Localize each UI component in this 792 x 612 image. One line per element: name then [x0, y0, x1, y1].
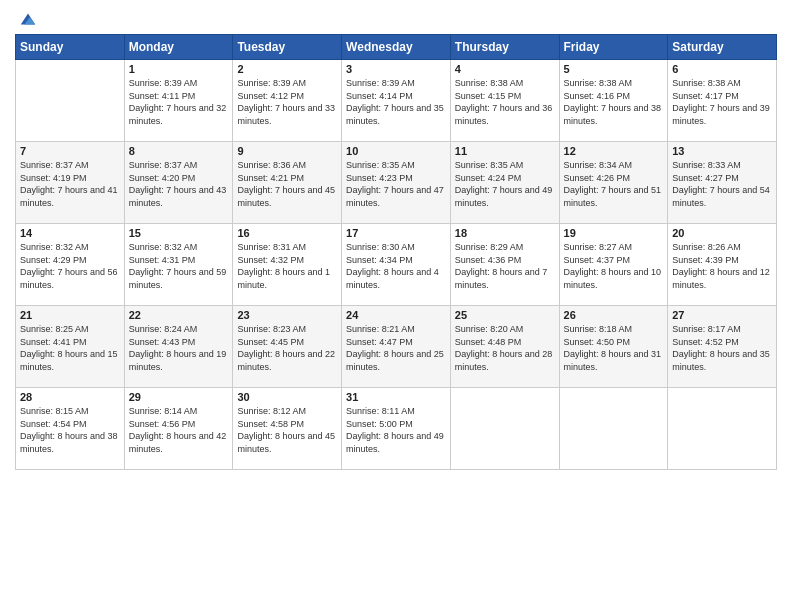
day-info: Sunrise: 8:34 AMSunset: 4:26 PMDaylight:… — [564, 159, 664, 209]
day-info: Sunrise: 8:39 AMSunset: 4:11 PMDaylight:… — [129, 77, 229, 127]
day-info: Sunrise: 8:27 AMSunset: 4:37 PMDaylight:… — [564, 241, 664, 291]
day-info: Sunrise: 8:38 AMSunset: 4:17 PMDaylight:… — [672, 77, 772, 127]
day-info: Sunrise: 8:20 AMSunset: 4:48 PMDaylight:… — [455, 323, 555, 373]
day-number: 20 — [672, 227, 772, 239]
calendar-cell: 13Sunrise: 8:33 AMSunset: 4:27 PMDayligh… — [668, 142, 777, 224]
day-number: 27 — [672, 309, 772, 321]
day-number: 17 — [346, 227, 446, 239]
calendar-cell: 9Sunrise: 8:36 AMSunset: 4:21 PMDaylight… — [233, 142, 342, 224]
day-number: 29 — [129, 391, 229, 403]
day-number: 10 — [346, 145, 446, 157]
calendar-cell: 15Sunrise: 8:32 AMSunset: 4:31 PMDayligh… — [124, 224, 233, 306]
weekday-header-monday: Monday — [124, 35, 233, 60]
calendar-week-5: 28Sunrise: 8:15 AMSunset: 4:54 PMDayligh… — [16, 388, 777, 470]
calendar-cell: 6Sunrise: 8:38 AMSunset: 4:17 PMDaylight… — [668, 60, 777, 142]
calendar-cell: 7Sunrise: 8:37 AMSunset: 4:19 PMDaylight… — [16, 142, 125, 224]
day-number: 2 — [237, 63, 337, 75]
day-info: Sunrise: 8:37 AMSunset: 4:19 PMDaylight:… — [20, 159, 120, 209]
calendar-table: SundayMondayTuesdayWednesdayThursdayFrid… — [15, 34, 777, 470]
day-info: Sunrise: 8:35 AMSunset: 4:24 PMDaylight:… — [455, 159, 555, 209]
weekday-header-tuesday: Tuesday — [233, 35, 342, 60]
day-info: Sunrise: 8:33 AMSunset: 4:27 PMDaylight:… — [672, 159, 772, 209]
day-number: 19 — [564, 227, 664, 239]
calendar-cell — [668, 388, 777, 470]
calendar-week-3: 14Sunrise: 8:32 AMSunset: 4:29 PMDayligh… — [16, 224, 777, 306]
day-info: Sunrise: 8:18 AMSunset: 4:50 PMDaylight:… — [564, 323, 664, 373]
day-info: Sunrise: 8:32 AMSunset: 4:31 PMDaylight:… — [129, 241, 229, 291]
calendar-cell: 11Sunrise: 8:35 AMSunset: 4:24 PMDayligh… — [450, 142, 559, 224]
calendar-cell: 22Sunrise: 8:24 AMSunset: 4:43 PMDayligh… — [124, 306, 233, 388]
day-info: Sunrise: 8:15 AMSunset: 4:54 PMDaylight:… — [20, 405, 120, 455]
calendar-cell: 4Sunrise: 8:38 AMSunset: 4:15 PMDaylight… — [450, 60, 559, 142]
calendar-cell: 14Sunrise: 8:32 AMSunset: 4:29 PMDayligh… — [16, 224, 125, 306]
calendar-week-2: 7Sunrise: 8:37 AMSunset: 4:19 PMDaylight… — [16, 142, 777, 224]
calendar-cell: 16Sunrise: 8:31 AMSunset: 4:32 PMDayligh… — [233, 224, 342, 306]
day-number: 26 — [564, 309, 664, 321]
day-number: 1 — [129, 63, 229, 75]
logo — [15, 10, 37, 28]
day-info: Sunrise: 8:24 AMSunset: 4:43 PMDaylight:… — [129, 323, 229, 373]
day-info: Sunrise: 8:38 AMSunset: 4:16 PMDaylight:… — [564, 77, 664, 127]
calendar-cell — [16, 60, 125, 142]
calendar-cell: 3Sunrise: 8:39 AMSunset: 4:14 PMDaylight… — [342, 60, 451, 142]
day-info: Sunrise: 8:17 AMSunset: 4:52 PMDaylight:… — [672, 323, 772, 373]
day-number: 7 — [20, 145, 120, 157]
calendar-week-1: 1Sunrise: 8:39 AMSunset: 4:11 PMDaylight… — [16, 60, 777, 142]
calendar-cell — [559, 388, 668, 470]
day-info: Sunrise: 8:12 AMSunset: 4:58 PMDaylight:… — [237, 405, 337, 455]
day-number: 25 — [455, 309, 555, 321]
calendar-cell: 2Sunrise: 8:39 AMSunset: 4:12 PMDaylight… — [233, 60, 342, 142]
day-info: Sunrise: 8:35 AMSunset: 4:23 PMDaylight:… — [346, 159, 446, 209]
day-number: 4 — [455, 63, 555, 75]
day-info: Sunrise: 8:31 AMSunset: 4:32 PMDaylight:… — [237, 241, 337, 291]
day-info: Sunrise: 8:30 AMSunset: 4:34 PMDaylight:… — [346, 241, 446, 291]
calendar-cell: 18Sunrise: 8:29 AMSunset: 4:36 PMDayligh… — [450, 224, 559, 306]
calendar-cell: 27Sunrise: 8:17 AMSunset: 4:52 PMDayligh… — [668, 306, 777, 388]
day-info: Sunrise: 8:23 AMSunset: 4:45 PMDaylight:… — [237, 323, 337, 373]
calendar-cell: 23Sunrise: 8:23 AMSunset: 4:45 PMDayligh… — [233, 306, 342, 388]
calendar-cell: 17Sunrise: 8:30 AMSunset: 4:34 PMDayligh… — [342, 224, 451, 306]
weekday-header-row: SundayMondayTuesdayWednesdayThursdayFrid… — [16, 35, 777, 60]
page-container: SundayMondayTuesdayWednesdayThursdayFrid… — [0, 0, 792, 612]
calendar-cell: 5Sunrise: 8:38 AMSunset: 4:16 PMDaylight… — [559, 60, 668, 142]
day-number: 13 — [672, 145, 772, 157]
weekday-header-sunday: Sunday — [16, 35, 125, 60]
day-number: 9 — [237, 145, 337, 157]
calendar-cell — [450, 388, 559, 470]
day-number: 28 — [20, 391, 120, 403]
day-info: Sunrise: 8:39 AMSunset: 4:14 PMDaylight:… — [346, 77, 446, 127]
day-number: 6 — [672, 63, 772, 75]
day-number: 31 — [346, 391, 446, 403]
day-info: Sunrise: 8:38 AMSunset: 4:15 PMDaylight:… — [455, 77, 555, 127]
day-number: 3 — [346, 63, 446, 75]
day-info: Sunrise: 8:21 AMSunset: 4:47 PMDaylight:… — [346, 323, 446, 373]
day-info: Sunrise: 8:36 AMSunset: 4:21 PMDaylight:… — [237, 159, 337, 209]
day-info: Sunrise: 8:32 AMSunset: 4:29 PMDaylight:… — [20, 241, 120, 291]
calendar-cell: 28Sunrise: 8:15 AMSunset: 4:54 PMDayligh… — [16, 388, 125, 470]
day-number: 5 — [564, 63, 664, 75]
day-info: Sunrise: 8:29 AMSunset: 4:36 PMDaylight:… — [455, 241, 555, 291]
day-info: Sunrise: 8:37 AMSunset: 4:20 PMDaylight:… — [129, 159, 229, 209]
day-number: 30 — [237, 391, 337, 403]
calendar-cell: 31Sunrise: 8:11 AMSunset: 5:00 PMDayligh… — [342, 388, 451, 470]
day-number: 15 — [129, 227, 229, 239]
calendar-cell: 10Sunrise: 8:35 AMSunset: 4:23 PMDayligh… — [342, 142, 451, 224]
logo-icon — [19, 10, 37, 28]
calendar-cell: 30Sunrise: 8:12 AMSunset: 4:58 PMDayligh… — [233, 388, 342, 470]
weekday-header-thursday: Thursday — [450, 35, 559, 60]
calendar-cell: 26Sunrise: 8:18 AMSunset: 4:50 PMDayligh… — [559, 306, 668, 388]
weekday-header-saturday: Saturday — [668, 35, 777, 60]
calendar-week-4: 21Sunrise: 8:25 AMSunset: 4:41 PMDayligh… — [16, 306, 777, 388]
calendar-cell: 25Sunrise: 8:20 AMSunset: 4:48 PMDayligh… — [450, 306, 559, 388]
day-number: 24 — [346, 309, 446, 321]
calendar-cell: 29Sunrise: 8:14 AMSunset: 4:56 PMDayligh… — [124, 388, 233, 470]
day-number: 18 — [455, 227, 555, 239]
day-number: 16 — [237, 227, 337, 239]
day-number: 8 — [129, 145, 229, 157]
header — [15, 10, 777, 28]
day-info: Sunrise: 8:11 AMSunset: 5:00 PMDaylight:… — [346, 405, 446, 455]
calendar-cell: 20Sunrise: 8:26 AMSunset: 4:39 PMDayligh… — [668, 224, 777, 306]
weekday-header-wednesday: Wednesday — [342, 35, 451, 60]
day-number: 11 — [455, 145, 555, 157]
calendar-cell: 12Sunrise: 8:34 AMSunset: 4:26 PMDayligh… — [559, 142, 668, 224]
